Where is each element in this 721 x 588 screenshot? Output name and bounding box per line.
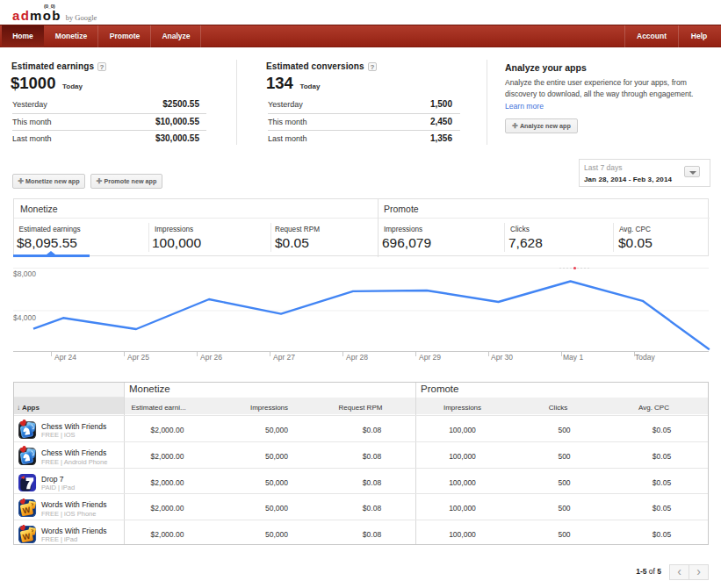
svg-text:Apr 27: Apr 27 <box>273 353 295 362</box>
svg-text:May 1: May 1 <box>563 353 583 362</box>
svg-text:Apr 26: Apr 26 <box>200 353 222 362</box>
svg-text:Apr 24: Apr 24 <box>54 353 76 362</box>
svg-text:Apr 28: Apr 28 <box>346 353 368 362</box>
svg-text:Apr 29: Apr 29 <box>419 353 441 362</box>
svg-text:Apr 30: Apr 30 <box>491 353 513 362</box>
svg-text:Today: Today <box>635 353 655 362</box>
svg-text:Apr 25: Apr 25 <box>127 353 149 362</box>
svg-text:$4,000: $4,000 <box>13 313 36 322</box>
svg-text:$8,000: $8,000 <box>13 269 36 278</box>
